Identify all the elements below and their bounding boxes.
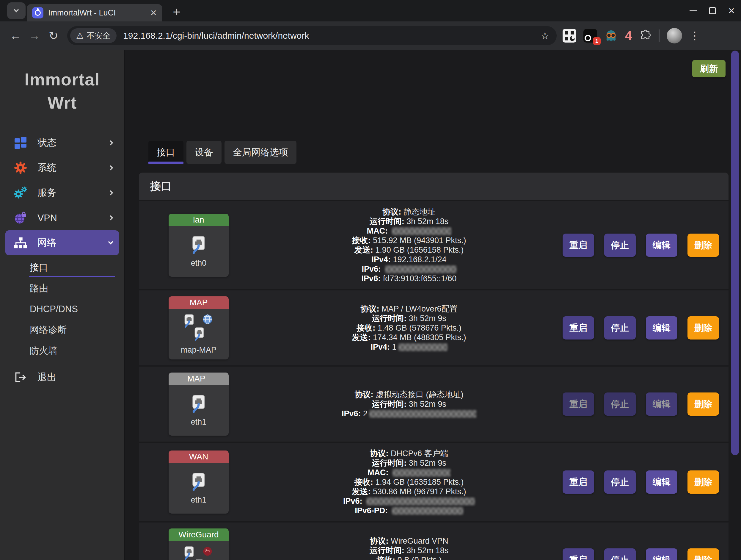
redacted-value bbox=[369, 410, 476, 418]
edit-button[interactable]: 编辑 bbox=[646, 392, 677, 416]
profile-avatar[interactable] bbox=[667, 28, 682, 44]
tunnel-interface-icon bbox=[183, 314, 214, 343]
tab-search-button[interactable] bbox=[7, 2, 25, 19]
delete-button[interactable]: 删除 bbox=[687, 234, 719, 257]
minimize-icon bbox=[689, 10, 697, 11]
sidebar-item-label: 退出 bbox=[38, 371, 57, 384]
counter-extension-icon[interactable]: 4 bbox=[625, 28, 632, 43]
interface-rows: lan eth0 协议: 静态地址运行时间: 3h 52m 18sMAC: 接收… bbox=[139, 201, 729, 560]
stop-button[interactable]: 停止 bbox=[604, 234, 636, 257]
refresh-button[interactable]: 刷新 bbox=[692, 60, 726, 77]
security-chip[interactable]: ⚠ 不安全 bbox=[70, 28, 117, 43]
interface-info-line: 协议: 虚拟动态接口 (静态地址) bbox=[255, 390, 562, 399]
stop-button[interactable]: 停止 bbox=[604, 316, 636, 339]
interface-info-line: IPv6: 2 bbox=[255, 409, 562, 418]
window-maximize-button[interactable] bbox=[703, 0, 722, 21]
delete-button[interactable]: 删除 bbox=[687, 548, 719, 560]
sidebar-item-label: 网络 bbox=[38, 236, 57, 249]
maximize-icon bbox=[709, 7, 716, 14]
chevron-right-icon bbox=[108, 190, 113, 195]
dark-extension-icon[interactable]: 1 bbox=[584, 29, 597, 43]
tab-close-icon[interactable]: ✕ bbox=[150, 8, 157, 18]
sidebar-item-status[interactable]: 状态 bbox=[5, 130, 119, 155]
new-tab-button[interactable]: + bbox=[168, 4, 185, 20]
redacted-value bbox=[398, 344, 448, 351]
edit-button[interactable]: 编辑 bbox=[646, 234, 677, 257]
window-minimize-button[interactable] bbox=[684, 0, 703, 21]
edit-button[interactable]: 编辑 bbox=[646, 316, 677, 339]
delete-button[interactable]: 删除 bbox=[687, 471, 719, 494]
restart-button[interactable]: 重启 bbox=[562, 548, 594, 560]
grid-icon bbox=[13, 136, 28, 149]
browser-titlebar: ImmortalWrt - LuCI ✕ + ✕ bbox=[0, 0, 741, 21]
window-close-button[interactable]: ✕ bbox=[722, 0, 741, 21]
qr-extension-icon[interactable] bbox=[562, 29, 576, 43]
address-bar[interactable]: ⚠ 不安全 192.168.2.1/cgi-bin/luci/admin/net… bbox=[67, 26, 557, 45]
sidebar-item-label: 服务 bbox=[38, 186, 57, 199]
extension-badge: 1 bbox=[593, 37, 601, 45]
back-button[interactable]: ← bbox=[6, 26, 25, 45]
sidebar-item-services[interactable]: 服务 bbox=[5, 180, 119, 205]
logout-icon bbox=[13, 371, 28, 383]
interface-device-label: eth0 bbox=[191, 259, 207, 268]
goggles-extension-icon[interactable] bbox=[604, 29, 618, 43]
interface-info: 协议: WireGuard VPN运行时间: 3h 52m 18s接收: 0 B… bbox=[229, 536, 562, 560]
interface-row: WAN eth1 协议: DHCPv6 客户端运行时间: 3h 52m 9sMA… bbox=[139, 442, 729, 521]
delete-button[interactable]: 删除 bbox=[687, 316, 719, 339]
delete-button[interactable]: 删除 bbox=[687, 392, 719, 416]
interface-info-line: 发送: 530.86 MB (967917 Pkts.) bbox=[255, 487, 562, 496]
interface-info: 协议: MAP / LW4over6配置运行时间: 3h 52m 9s接收: 1… bbox=[229, 304, 562, 352]
sidebar-item-system[interactable]: 系统 bbox=[5, 155, 119, 180]
redacted-value bbox=[393, 469, 451, 477]
submenu-item-diagnostics[interactable]: 网络诊断 bbox=[0, 320, 115, 340]
interface-name-badge: MAP bbox=[169, 296, 229, 309]
interface-info-line: 协议: DHCPv6 客户端 bbox=[255, 449, 562, 458]
interface-card-body: eth1 bbox=[169, 463, 229, 513]
sidebar-item-vpn[interactable]: VPN bbox=[5, 205, 119, 230]
chevron-right-icon bbox=[108, 215, 113, 221]
reload-button[interactable]: ↻ bbox=[44, 26, 63, 45]
toolbar-divider bbox=[659, 29, 660, 42]
interface-info-line: 运行时间: 3h 52m 18s bbox=[255, 216, 562, 226]
gears-icon bbox=[13, 186, 28, 199]
restart-button[interactable]: 重启 bbox=[562, 234, 594, 257]
submenu-item-dhcp-dns[interactable]: DHCP/DNS bbox=[0, 299, 115, 320]
stop-button[interactable]: 停止 bbox=[604, 392, 636, 416]
sidebar-item-logout[interactable]: 退出 bbox=[5, 365, 119, 390]
interface-card: MAP map-MAP bbox=[169, 296, 229, 360]
globe-lock-icon bbox=[13, 211, 28, 224]
interface-info-line: MAC: bbox=[255, 468, 562, 477]
sidebar-item-label: 状态 bbox=[38, 136, 57, 149]
restart-button[interactable]: 重启 bbox=[562, 392, 594, 416]
restart-button[interactable]: 重启 bbox=[562, 471, 594, 494]
chevron-down-icon bbox=[108, 240, 113, 245]
sidebar: Immortal Wrt 状态 系统 服 bbox=[0, 50, 124, 560]
sidebar-item-network[interactable]: 网络 bbox=[5, 230, 119, 255]
edit-button[interactable]: 编辑 bbox=[646, 471, 677, 494]
restart-button[interactable]: 重启 bbox=[562, 316, 594, 339]
interface-info-line: IPv6: bbox=[255, 496, 562, 506]
tab-title: ImmortalWrt - LuCI bbox=[48, 8, 116, 17]
forward-button[interactable]: → bbox=[25, 26, 44, 45]
interface-actions: 重启 停止 编辑 删除 bbox=[562, 548, 719, 560]
submenu-item-routes[interactable]: 路由 bbox=[0, 278, 115, 299]
interface-info-line: 运行时间: 3h 52m 9s bbox=[255, 314, 562, 323]
bookmark-star-icon[interactable]: ☆ bbox=[541, 30, 549, 42]
browser-menu-icon[interactable]: ⋮ bbox=[689, 29, 700, 42]
submenu-item-firewall[interactable]: 防火墙 bbox=[0, 340, 115, 361]
tab-interfaces[interactable]: 接口 bbox=[148, 141, 184, 164]
interface-actions: 重启 停止 编辑 删除 bbox=[562, 392, 719, 416]
stop-button[interactable]: 停止 bbox=[604, 548, 636, 560]
tab-global-options[interactable]: 全局网络选项 bbox=[224, 141, 296, 164]
stop-button[interactable]: 停止 bbox=[604, 471, 636, 494]
interface-row: lan eth0 协议: 静态地址运行时间: 3h 52m 18sMAC: 接收… bbox=[139, 201, 729, 289]
extensions-area: 1 4 ⋮ bbox=[562, 28, 700, 44]
extensions-puzzle-icon[interactable] bbox=[639, 29, 652, 42]
redacted-value bbox=[366, 498, 475, 505]
edit-button[interactable]: 编辑 bbox=[646, 548, 677, 560]
page-scrollbar[interactable] bbox=[731, 51, 739, 455]
submenu-item-interfaces[interactable]: 接口 bbox=[0, 257, 115, 278]
ethernet-port-icon bbox=[191, 394, 207, 415]
tab-devices[interactable]: 设备 bbox=[187, 141, 221, 164]
browser-tab[interactable]: ImmortalWrt - LuCI ✕ bbox=[27, 4, 162, 21]
